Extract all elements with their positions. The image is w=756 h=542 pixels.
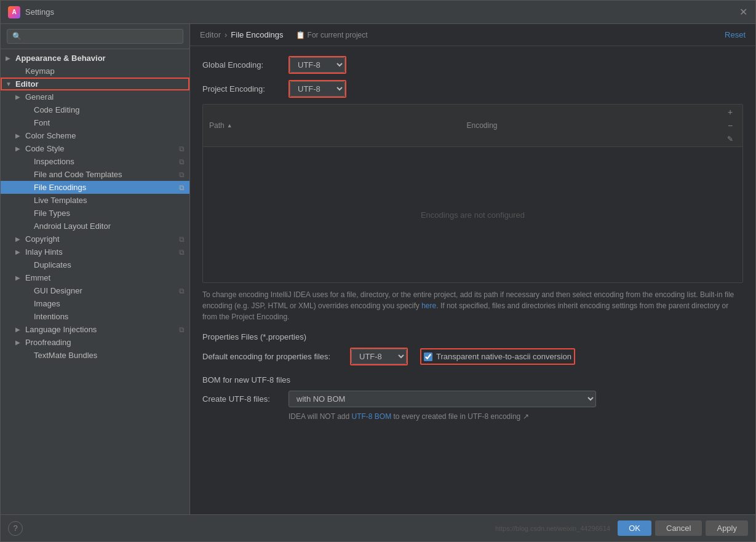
sidebar-item-inlay-hints[interactable]: ▶ Inlay Hints ⧉	[1, 245, 189, 258]
apply-button[interactable]: Apply	[706, 520, 748, 536]
remove-encoding-button[interactable]: −	[724, 119, 736, 132]
sidebar-item-textmate-bundles[interactable]: TextMate Bundles	[1, 349, 189, 362]
bom-create-select[interactable]: with NO BOM with BOM	[288, 391, 596, 407]
sidebar-item-general[interactable]: ▶ General	[1, 90, 189, 103]
sidebar-item-label: Emmet	[25, 273, 50, 282]
sidebar-item-keymap[interactable]: Keymap	[1, 65, 189, 78]
sidebar-item-label: Appearance & Behavior	[15, 54, 106, 63]
help-button[interactable]: ?	[8, 521, 23, 536]
sidebar-item-label: Language Injections	[25, 325, 97, 334]
copy-icon: ⧉	[179, 248, 185, 257]
sidebar-item-live-templates[interactable]: Live Templates	[1, 194, 189, 207]
sidebar-item-color-scheme[interactable]: ▶ Color Scheme	[1, 129, 189, 142]
search-bar	[1, 24, 189, 49]
sidebar-item-label: Inspections	[34, 157, 74, 166]
main-content: ▶ Appearance & Behavior Keymap ▼ Editor …	[1, 24, 755, 514]
table-body: Encodings are not configured	[203, 147, 742, 282]
properties-encoding-row: Default encoding for properties files: U…	[202, 348, 743, 365]
breadcrumb-parent: Editor	[200, 30, 221, 39]
sidebar-item-intentions[interactable]: Intentions	[1, 310, 189, 323]
search-input[interactable]	[7, 29, 183, 44]
sidebar-item-gui-designer[interactable]: GUI Designer ⧉	[1, 284, 189, 297]
sidebar-item-file-encodings[interactable]: File Encodings ⧉	[1, 181, 189, 194]
default-encoding-select[interactable]: UTF-8	[351, 349, 407, 364]
sidebar-item-label: Proofreading	[25, 338, 71, 347]
sidebar-item-label: General	[25, 92, 54, 102]
project-encoding-row: Project Encoding: UTF-8	[202, 80, 743, 98]
bom-note-link[interactable]: UTF-8 BOM	[351, 412, 391, 421]
expand-icon: ▼	[6, 81, 14, 87]
transparent-container: Transparent native-to-ascii conversion	[424, 352, 571, 361]
sidebar-item-label: Intentions	[34, 312, 68, 321]
path-col-label: Path	[209, 121, 225, 130]
right-panel: Editor › File Encodings 📋 For current pr…	[190, 24, 755, 514]
cancel-button[interactable]: Cancel	[655, 520, 702, 536]
sidebar-item-label: TextMate Bundles	[34, 351, 97, 360]
panel-body: Global Encoding: UTF-8 Project Encoding:…	[190, 46, 755, 514]
project-encoding-label: Project Encoding:	[202, 84, 288, 94]
sidebar-item-emmet[interactable]: ▶ Emmet	[1, 271, 189, 284]
copy-icon: ⧉	[179, 183, 185, 192]
bottom-bar: ? https://blog.csdn.net/weixin_44296614 …	[1, 514, 755, 541]
global-encoding-select[interactable]: UTF-8	[290, 57, 345, 73]
expand-icon: ▶	[15, 326, 24, 333]
project-encoding-select[interactable]: UTF-8	[290, 81, 345, 97]
copy-icon: ⧉	[179, 157, 185, 166]
sidebar-item-label: Inlay Hints	[25, 247, 63, 257]
app-icon: A	[8, 6, 20, 18]
table-header: Path ▲ Encoding + − ✎	[203, 105, 742, 147]
properties-section-title: Properties Files (*.properties)	[202, 332, 743, 341]
sidebar-item-android-layout-editor[interactable]: Android Layout Editor	[1, 220, 189, 233]
sidebar-item-copyright[interactable]: ▶ Copyright ⧉	[1, 233, 189, 245]
sidebar-item-inspections[interactable]: Inspections ⧉	[1, 155, 189, 168]
sidebar-item-label: Android Layout Editor	[34, 221, 111, 231]
transparent-label: Transparent native-to-ascii conversion	[436, 352, 571, 361]
default-encoding-highlight: UTF-8	[350, 348, 408, 365]
expand-icon: ▶	[15, 339, 24, 346]
sidebar-item-images[interactable]: Images	[1, 297, 189, 310]
window-title: Settings	[25, 7, 54, 17]
for-project: 📋 For current project	[296, 31, 368, 39]
sidebar-item-code-style[interactable]: ▶ Code Style ⧉	[1, 142, 189, 155]
copy-icon: ⧉	[179, 145, 185, 153]
empty-message: Encodings are not configured	[421, 210, 525, 220]
sidebar-item-label: Images	[34, 299, 60, 308]
close-button[interactable]: ✕	[738, 7, 748, 17]
bottom-left: ?	[8, 521, 23, 536]
ok-button[interactable]: OK	[618, 520, 651, 536]
sidebar-item-label: Code Style	[25, 144, 65, 153]
reset-link[interactable]: Reset	[725, 30, 746, 39]
panel-header: Editor › File Encodings 📋 For current pr…	[190, 24, 755, 46]
add-encoding-button[interactable]: +	[724, 106, 736, 118]
title-bar: A Settings ✕	[1, 1, 755, 24]
table-action-buttons: + − ✎	[718, 105, 742, 146]
sidebar-item-file-types[interactable]: File Types	[1, 207, 189, 220]
sidebar-item-label: Color Scheme	[25, 131, 76, 140]
bom-create-label: Create UTF-8 files:	[202, 394, 282, 404]
sidebar-item-editor[interactable]: ▼ Editor	[1, 78, 189, 90]
breadcrumb-current: File Encodings	[231, 30, 283, 39]
settings-window: A Settings ✕ ▶ Appearance & Behavior Key…	[0, 0, 756, 542]
sidebar-item-proofreading[interactable]: ▶ Proofreading	[1, 336, 189, 349]
sidebar-tree: ▶ Appearance & Behavior Keymap ▼ Editor …	[1, 49, 189, 514]
for-project-label: For current project	[308, 31, 368, 39]
sidebar-item-file-code-templates[interactable]: File and Code Templates ⧉	[1, 168, 189, 181]
sidebar-item-language-injections[interactable]: ▶ Language Injections ⧉	[1, 323, 189, 336]
here-link[interactable]: here	[421, 301, 436, 310]
transparent-checkbox-highlight: Transparent native-to-ascii conversion	[420, 348, 575, 365]
sidebar-item-duplicates[interactable]: Duplicates	[1, 258, 189, 271]
default-encoding-label: Default encoding for properties files:	[202, 352, 344, 361]
sidebar-item-code-editing[interactable]: Code Editing	[1, 103, 189, 116]
expand-icon: ▶	[15, 236, 24, 242]
sidebar-item-label: Editor	[15, 79, 39, 89]
sidebar-item-font[interactable]: Font	[1, 116, 189, 129]
sidebar-item-appearance[interactable]: ▶ Appearance & Behavior	[1, 52, 189, 65]
transparent-checkbox[interactable]	[424, 353, 432, 361]
expand-icon: ▶	[15, 132, 24, 139]
bom-section: BOM for new UTF-8 files Create UTF-8 fil…	[202, 375, 743, 421]
edit-encoding-button[interactable]: ✎	[724, 133, 736, 145]
sidebar-item-label: File Encodings	[34, 183, 86, 192]
bottom-right: https://blog.csdn.net/weixin_44296614 OK…	[495, 520, 748, 536]
sort-asc-icon: ▲	[227, 122, 233, 129]
expand-icon: ▶	[15, 274, 24, 281]
